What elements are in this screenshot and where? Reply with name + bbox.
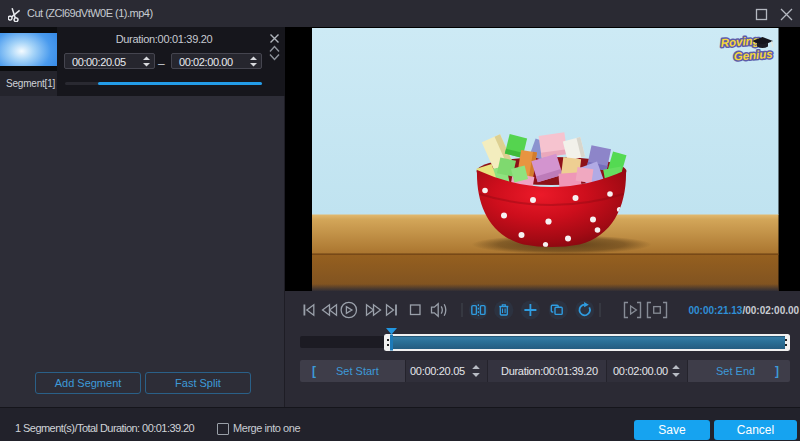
svg-text:00:00:21.13/00:02:00.00: 00:00:21.13/00:02:00.00 [689, 305, 800, 316]
